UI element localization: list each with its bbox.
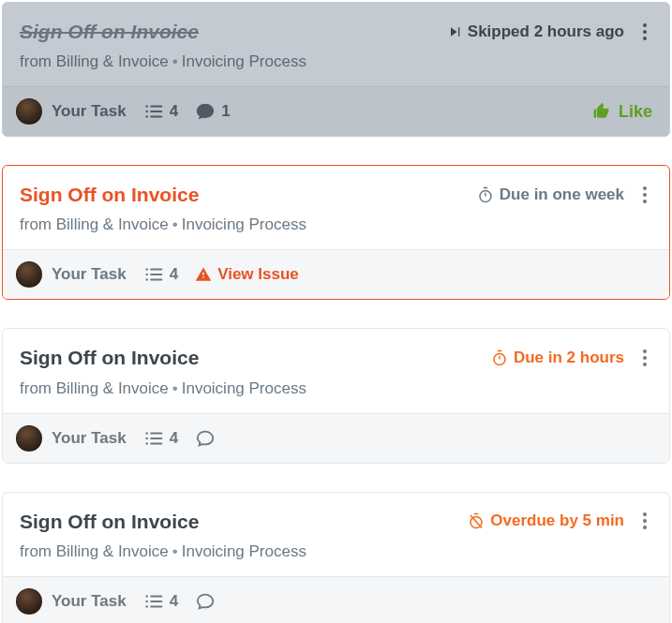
workspace-link[interactable]: Billing & Invoice	[56, 52, 169, 70]
owner-label: Your Task	[52, 265, 127, 284]
source-prefix: from	[20, 215, 56, 233]
comment-button[interactable]	[195, 428, 216, 449]
task-owner[interactable]: Your Task	[16, 425, 127, 452]
checklist-number: 4	[170, 592, 178, 611]
separator-dot: •	[169, 379, 182, 397]
card-subtitle: from Billing & Invoice•Invoicing Process	[20, 542, 652, 561]
task-card: Sign Off on Invoice Due in one week from…	[2, 165, 670, 300]
separator-dot: •	[169, 215, 182, 233]
status-due: Due in one week	[477, 185, 624, 204]
view-issue-button[interactable]: View Issue	[195, 265, 299, 284]
kebab-icon	[643, 356, 647, 360]
task-title[interactable]: Sign Off on Invoice	[20, 510, 199, 533]
svg-point-2	[145, 115, 147, 117]
process-link[interactable]: Invoicing Process	[182, 542, 306, 560]
owner-label: Your Task	[52, 429, 127, 448]
task-owner[interactable]: Your Task	[16, 261, 127, 288]
status-area: Skipped 2 hours ago	[447, 22, 652, 42]
task-title[interactable]: Sign Off on Invoice	[20, 20, 199, 43]
svg-point-20	[145, 442, 147, 444]
checklist-count[interactable]: 4	[143, 591, 178, 612]
card-footer: Your Task 4	[3, 576, 669, 623]
card-header: Sign Off on Invoice Skipped 2 hours ago …	[3, 3, 669, 86]
checklist-count[interactable]: 4	[143, 101, 178, 122]
title-row: Sign Off on Invoice Skipped 2 hours ago	[20, 20, 652, 43]
more-menu-button[interactable]	[637, 185, 652, 205]
thumbs-up-icon	[592, 102, 611, 121]
checklist-icon	[143, 428, 164, 449]
kebab-icon	[643, 519, 647, 523]
comment-number: 1	[221, 102, 230, 121]
separator-dot: •	[169, 52, 182, 70]
workspace-link[interactable]: Billing & Invoice	[56, 542, 169, 560]
footer-left: Your Task 4	[16, 588, 216, 615]
checklist-icon	[143, 591, 164, 612]
checklist-icon	[143, 101, 164, 122]
checklist-count[interactable]: 4	[143, 428, 178, 449]
svg-point-18	[145, 432, 147, 434]
title-row: Sign Off on Invoice Due in 2 hours	[20, 346, 652, 369]
title-row: Sign Off on Invoice Overdue by 5 min	[20, 510, 652, 533]
svg-point-1	[145, 111, 147, 112]
workspace-link[interactable]: Billing & Invoice	[56, 215, 169, 233]
owner-label: Your Task	[52, 102, 127, 121]
checklist-number: 4	[170, 102, 178, 121]
svg-point-10	[145, 274, 147, 275]
task-owner[interactable]: Your Task	[16, 98, 127, 125]
comment-button[interactable]	[195, 591, 216, 612]
svg-point-9	[145, 269, 147, 271]
avatar	[16, 98, 42, 125]
checklist-icon	[143, 264, 164, 285]
avatar	[16, 261, 42, 288]
status-area: Overdue by 5 min	[468, 511, 652, 531]
more-menu-button[interactable]	[637, 511, 652, 531]
task-owner[interactable]: Your Task	[16, 588, 127, 615]
like-button[interactable]: Like	[592, 102, 652, 122]
kebab-icon	[643, 30, 647, 34]
avatar	[16, 425, 42, 452]
warning-icon	[195, 266, 212, 283]
like-label: Like	[619, 102, 652, 122]
timer-icon	[477, 186, 494, 203]
card-subtitle: from Billing & Invoice•Invoicing Process	[20, 215, 652, 234]
card-footer: Your Task 4	[3, 413, 669, 463]
card-header: Sign Off on Invoice Due in one week from…	[3, 166, 669, 249]
owner-label: Your Task	[52, 592, 127, 611]
source-prefix: from	[20, 52, 56, 70]
comment-count[interactable]: 1	[195, 101, 230, 122]
card-subtitle: from Billing & Invoice•Invoicing Process	[20, 379, 652, 398]
card-footer: Your Task 4 View Issue	[3, 249, 669, 299]
status-area: Due in one week	[477, 185, 652, 205]
kebab-icon	[643, 193, 647, 197]
process-link[interactable]: Invoicing Process	[182, 379, 306, 397]
checklist-number: 4	[170, 429, 178, 448]
checklist-count[interactable]: 4	[143, 264, 178, 285]
comment-outline-icon	[195, 428, 216, 449]
more-menu-button[interactable]	[637, 22, 652, 42]
svg-point-28	[145, 601, 147, 602]
footer-left: Your Task 4	[16, 425, 216, 452]
more-menu-button[interactable]	[637, 348, 652, 368]
card-subtitle: from Billing & Invoice•Invoicing Process	[20, 52, 652, 71]
timer-off-icon	[468, 512, 485, 529]
comment-icon	[195, 101, 216, 122]
status-text: Due in 2 hours	[514, 349, 624, 367]
task-title[interactable]: Sign Off on Invoice	[20, 183, 199, 206]
card-header: Sign Off on Invoice Due in 2 hours from …	[3, 329, 669, 412]
task-title[interactable]: Sign Off on Invoice	[20, 346, 199, 369]
status-due-soon: Due in 2 hours	[491, 349, 624, 367]
status-skipped: Skipped 2 hours ago	[447, 22, 624, 41]
view-issue-label: View Issue	[217, 265, 299, 284]
comment-outline-icon	[195, 591, 216, 612]
process-link[interactable]: Invoicing Process	[182, 52, 306, 70]
svg-point-0	[145, 105, 147, 107]
workspace-link[interactable]: Billing & Invoice	[56, 379, 169, 397]
footer-left: Your Task 4 View Issue	[16, 261, 299, 288]
svg-point-29	[145, 605, 147, 607]
status-area: Due in 2 hours	[491, 348, 652, 368]
status-overdue: Overdue by 5 min	[468, 512, 624, 530]
timer-icon	[491, 349, 508, 366]
card-header: Sign Off on Invoice Overdue by 5 min fro…	[3, 493, 669, 576]
process-link[interactable]: Invoicing Process	[182, 215, 306, 233]
task-card: Sign Off on Invoice Due in 2 hours from …	[2, 328, 670, 463]
